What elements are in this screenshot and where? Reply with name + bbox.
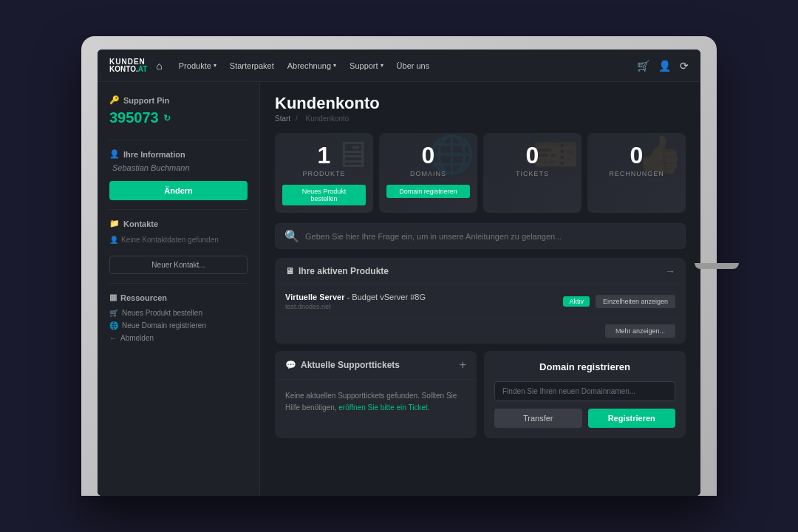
cart-icon[interactable]: 🛒 bbox=[637, 60, 649, 72]
user-name: Sebastian Buchmann bbox=[109, 163, 248, 172]
product-actions: Aktiv Einzelheiten anzeigen bbox=[563, 295, 675, 308]
search-bar: 🔍 bbox=[275, 223, 686, 249]
stat-card-products: 🖥 1 PRODUKTE Neues Produkt bestellen bbox=[275, 133, 373, 213]
tickets-title: 💬 Aktuelle Supporttickets bbox=[285, 360, 400, 370]
user-icon: 👤 bbox=[109, 149, 120, 159]
register-button[interactable]: Registrieren bbox=[588, 409, 676, 428]
nav-actions: 🛒 👤 ⟳ bbox=[637, 60, 689, 72]
nav-item-support[interactable]: Support ▾ bbox=[344, 58, 389, 73]
contacts-empty: 👤 Keine Kontaktdaten gefunden bbox=[109, 233, 248, 247]
arrow-right-icon[interactable]: → bbox=[665, 265, 675, 277]
search-input[interactable] bbox=[305, 232, 676, 241]
stat-card-invoices: 👍 0 RECHNUNGEN bbox=[587, 133, 686, 213]
new-product-button[interactable]: Neues Produkt bestellen bbox=[282, 185, 366, 205]
tickets-header: 💬 Aktuelle Supporttickets + bbox=[275, 351, 477, 380]
chevron-down-icon: ▾ bbox=[214, 62, 216, 69]
product-row: Virtuelle Server - Budget vServer #8G te… bbox=[275, 285, 686, 318]
refresh-icon[interactable]: ↻ bbox=[163, 113, 171, 123]
chevron-down-icon: ▾ bbox=[333, 62, 336, 69]
register-domain-button[interactable]: Domain registrieren bbox=[386, 185, 470, 198]
domain-buttons: Transfer Registrieren bbox=[494, 409, 675, 428]
resources-header: ▦ Ressourcen bbox=[109, 293, 248, 302]
search-icon: 🔍 bbox=[284, 229, 299, 243]
globe-icon: 🌐 bbox=[109, 321, 118, 330]
top-navigation: KUNDEN KONTO.AT ⌂ Produkte ▾ Starterpake… bbox=[98, 50, 700, 82]
nav-item-ueber-uns[interactable]: Über uns bbox=[391, 58, 436, 73]
add-ticket-icon[interactable]: + bbox=[460, 358, 466, 372]
domain-title: Domain registrieren bbox=[494, 361, 675, 372]
signal-icon[interactable]: ⟳ bbox=[680, 60, 689, 72]
info-header: 👤 Ihre Information bbox=[109, 149, 248, 159]
resource-item-logout[interactable]: ← Abmelden bbox=[109, 332, 248, 344]
folder-icon: 📁 bbox=[109, 219, 120, 228]
transfer-button[interactable]: Transfer bbox=[494, 409, 582, 428]
ticket-icon: 💬 bbox=[285, 360, 296, 370]
main-content: Kundenkonto Start / Kundenkonto 🖥 1 PROD… bbox=[260, 82, 700, 496]
product-name: Virtuelle Server - Budget vServer #8G bbox=[285, 293, 563, 301]
active-products-title: 🖥 Ihre aktiven Produkte bbox=[285, 266, 389, 276]
nav-item-produkte[interactable]: Produkte ▾ bbox=[173, 58, 222, 73]
tickets-section: 💬 Aktuelle Supporttickets + Keine aktuel… bbox=[275, 351, 477, 438]
page-title: Kundenkonto bbox=[275, 94, 686, 113]
domain-register-section: Domain registrieren Transfer Registriere… bbox=[484, 351, 686, 438]
user-icon[interactable]: 👤 bbox=[658, 60, 671, 72]
contacts-header: 📁 Kontakte bbox=[109, 219, 248, 228]
breadcrumb-start[interactable]: Start bbox=[275, 115, 290, 123]
cart-icon-small: 🛒 bbox=[109, 309, 118, 317]
breadcrumb: Start / Kundenkonto bbox=[275, 115, 686, 123]
resources-section: ▦ Ressourcen 🛒 Neues Produkt bestellen 🌐… bbox=[109, 293, 248, 344]
more-button[interactable]: Mehr anzeigen... bbox=[605, 324, 675, 338]
card-bg-icon: 👍 bbox=[634, 133, 686, 176]
change-button[interactable]: Ändern bbox=[109, 181, 248, 200]
logo: KUNDEN KONTO.AT bbox=[109, 58, 147, 73]
breadcrumb-separator: / bbox=[296, 115, 300, 123]
active-products-section: 🖥 Ihre aktiven Produkte → Virtuelle Serv… bbox=[275, 258, 686, 344]
domain-search-input[interactable] bbox=[494, 381, 675, 401]
active-products-header: 🖥 Ihre aktiven Produkte → bbox=[275, 258, 686, 285]
stat-card-tickets: 🎫 0 TICKETS bbox=[483, 133, 582, 213]
breadcrumb-current: Kundenkonto bbox=[305, 115, 349, 123]
status-badge: Aktiv bbox=[563, 296, 590, 307]
key-icon: 🔑 bbox=[109, 95, 120, 105]
create-ticket-link[interactable]: eröffnen Sie bitte ein Ticket bbox=[338, 403, 427, 412]
support-pin-section: 🔑 Support Pin 395073 ↻ bbox=[109, 95, 248, 126]
server-icon: 🖥 bbox=[285, 266, 294, 276]
stats-row: 🖥 1 PRODUKTE Neues Produkt bestellen 🌐 0… bbox=[275, 133, 686, 213]
chevron-down-icon: ▾ bbox=[381, 62, 383, 69]
resource-item-domain[interactable]: 🌐 Neue Domain registrieren bbox=[109, 319, 248, 332]
logout-icon: ← bbox=[109, 334, 117, 342]
contacts-section: 📁 Kontakte 👤 Keine Kontaktdaten gefunden bbox=[109, 219, 248, 247]
grid-icon: ▦ bbox=[109, 293, 117, 302]
pin-value: 395073 ↻ bbox=[109, 109, 248, 126]
product-domain: test.dnodes.net bbox=[285, 303, 563, 310]
tickets-empty: Keine aktuellen Supporttickets gefunden.… bbox=[275, 380, 477, 424]
nav-item-abrechnung[interactable]: Abrechnung ▾ bbox=[282, 58, 342, 73]
product-details-button[interactable]: Einzelheiten anzeigen bbox=[596, 295, 675, 308]
card-bg-icon: 🌐 bbox=[426, 133, 477, 176]
more-btn-row: Mehr anzeigen... bbox=[275, 318, 686, 344]
nav-item-starterpaket[interactable]: Starterpaket bbox=[224, 58, 280, 73]
card-bg-icon: 🖥 bbox=[330, 133, 373, 176]
product-info: Virtuelle Server - Budget vServer #8G te… bbox=[285, 293, 563, 310]
new-contact-button[interactable]: Neuer Kontakt... bbox=[109, 256, 248, 274]
user-info-section: 👤 Ihre Information Sebastian Buchmann bbox=[109, 149, 248, 172]
bottom-row: 💬 Aktuelle Supporttickets + Keine aktuel… bbox=[275, 351, 686, 438]
card-bg-icon: 🎫 bbox=[530, 133, 582, 176]
resource-item-product[interactable]: 🛒 Neues Produkt bestellen bbox=[109, 307, 248, 319]
user-icon-small: 👤 bbox=[109, 236, 118, 244]
support-pin-header: 🔑 Support Pin bbox=[109, 95, 248, 105]
stat-card-domains: 🌐 0 DOMAINS Domain registrieren bbox=[379, 133, 477, 213]
home-icon[interactable]: ⌂ bbox=[156, 60, 162, 72]
sidebar: 🔑 Support Pin 395073 ↻ 👤 Ihre Informatio… bbox=[98, 82, 260, 496]
nav-menu: Produkte ▾ Starterpaket Abrechnung ▾ Sup… bbox=[173, 58, 637, 73]
